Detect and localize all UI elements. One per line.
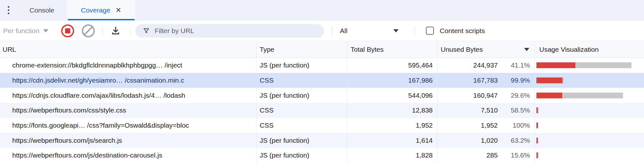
url-cell: https://cdn.jsdelivr.net/gh/yesiamro… /c… — [0, 73, 256, 88]
filter-by-url-input[interactable] — [155, 27, 303, 35]
url-cell: https://webperftours.com/js/search.js — [0, 133, 256, 148]
table-row[interactable]: https://cdn.jsdelivr.net/gh/yesiamro… /c… — [0, 73, 644, 88]
table-row[interactable]: https://webperftours.com/js/destination-… — [0, 148, 644, 163]
column-header-usage-visualization[interactable]: Usage Visualization — [535, 41, 644, 58]
total-bytes-cell: 1,828 — [347, 148, 437, 163]
url-cell: chrome-extension://bkdgflcldnnnapblkhphb… — [0, 58, 256, 73]
used-bar-segment — [575, 62, 631, 68]
total-bytes-cell: 12,838 — [347, 103, 437, 118]
content-scripts-toggle[interactable]: Content scripts — [426, 27, 485, 35]
filter-funnel-icon — [142, 27, 150, 35]
sort-descending-icon — [524, 48, 529, 51]
usage-visualization-cell — [535, 103, 644, 118]
table-row[interactable]: chrome-extension://bkdgflcldnnnapblkhphb… — [0, 58, 644, 73]
toolbar-divider — [415, 26, 415, 36]
vertical-dots-icon — [8, 6, 9, 14]
unused-bytes-cell: 7,51058.5% — [437, 103, 535, 118]
unused-bar-segment — [536, 62, 575, 68]
usage-visualization-cell — [535, 73, 644, 88]
used-bar-segment — [538, 138, 538, 143]
total-bytes-cell: 167,986 — [347, 73, 437, 88]
chevron-down-icon — [43, 29, 48, 32]
url-cell: https://cdnjs.cloudflare.com/ajax/libs/l… — [0, 88, 256, 103]
tab-bar: Console Coverage ✕ — [0, 0, 644, 21]
table-header: URL Type Total Bytes Unused Bytes Usage … — [0, 41, 644, 58]
type-cell: JS (per function) — [256, 88, 347, 103]
total-bytes-cell: 1,952 — [347, 118, 437, 133]
more-options-button[interactable] — [0, 0, 17, 20]
unused-bytes-cell: 244,93741.1% — [437, 58, 535, 73]
usage-bar — [536, 62, 631, 68]
type-cell: CSS — [256, 73, 347, 88]
clear-coverage-button[interactable] — [82, 24, 95, 37]
total-bytes-cell: 1,614 — [347, 133, 437, 148]
download-icon — [111, 26, 121, 36]
coverage-toolbar: Per function All — [0, 21, 644, 41]
used-bar-segment — [562, 77, 564, 83]
devtools-coverage-panel: Console Coverage ✕ Per function — [0, 0, 644, 163]
type-filter-dropdown[interactable]: All — [332, 21, 407, 41]
type-cell: CSS — [256, 118, 347, 133]
usage-bar — [536, 138, 538, 143]
usage-visualization-cell — [535, 58, 644, 73]
coverage-mode-value: Per function — [3, 27, 39, 35]
usage-bar — [536, 122, 538, 128]
unused-bytes-cell: 160,94729.6% — [437, 88, 535, 103]
url-cell: https://webperftours.com/js/destination-… — [0, 148, 256, 163]
content-scripts-label: Content scripts — [440, 27, 485, 35]
stop-recording-button[interactable] — [61, 24, 74, 37]
usage-visualization-cell — [535, 148, 644, 163]
coverage-mode-dropdown[interactable]: Per function — [3, 27, 48, 35]
type-cell: JS (per function) — [256, 133, 347, 148]
unused-bar-segment — [536, 122, 538, 128]
unused-bytes-cell: 1,952100% — [437, 118, 535, 133]
column-header-unused-bytes[interactable]: Unused Bytes — [437, 41, 535, 58]
active-tab-underline — [68, 19, 135, 20]
table-row[interactable]: https://webperftours.com/css/style.css C… — [0, 103, 644, 118]
url-filter[interactable] — [135, 24, 324, 38]
table-row[interactable]: https://cdnjs.cloudflare.com/ajax/libs/l… — [0, 88, 644, 103]
unused-bar-segment — [536, 77, 562, 83]
usage-bar — [536, 93, 623, 98]
total-bytes-cell: 544,096 — [347, 88, 437, 103]
unused-bytes-cell: 28515.6% — [437, 148, 535, 163]
table-row[interactable]: https://webperftours.com/js/search.js JS… — [0, 133, 644, 148]
column-header-total-bytes[interactable]: Total Bytes — [347, 41, 437, 58]
tab-label: Console — [29, 6, 54, 14]
url-cell: https://webperftours.com/css/style.css — [0, 103, 256, 118]
used-bar-segment — [562, 93, 623, 98]
usage-visualization-cell — [535, 133, 644, 148]
type-cell: JS (per function) — [256, 148, 347, 163]
close-tab-icon[interactable]: ✕ — [115, 7, 121, 14]
usage-visualization-cell — [535, 118, 644, 133]
toolbar-divider — [102, 26, 103, 36]
column-header-type[interactable]: Type — [256, 41, 347, 58]
url-cell: https://fonts.googleapi… /css?family=Osw… — [0, 118, 256, 133]
type-cell: CSS — [256, 103, 347, 118]
usage-bar — [536, 152, 539, 158]
column-header-url[interactable]: URL — [0, 41, 256, 58]
chevron-down-icon — [393, 29, 399, 32]
toolbar-divider — [130, 26, 130, 36]
usage-bar — [536, 107, 539, 113]
usage-visualization-cell — [535, 88, 644, 103]
unused-bytes-cell: 1,02063.2% — [437, 133, 535, 148]
table-row[interactable]: https://fonts.googleapi… /css?family=Osw… — [0, 118, 644, 133]
usage-bar — [536, 77, 564, 83]
unused-bytes-cell: 167,78399.9% — [437, 73, 535, 88]
export-coverage-button[interactable] — [109, 24, 122, 37]
unused-bar-segment — [536, 93, 562, 98]
type-filter-value: All — [340, 27, 347, 35]
table-body: chrome-extension://bkdgflcldnnnapblkhphb… — [0, 58, 644, 163]
total-bytes-cell: 595,464 — [347, 58, 437, 73]
stop-square-icon — [65, 28, 70, 33]
content-scripts-checkbox[interactable] — [426, 27, 434, 35]
tab-coverage[interactable]: Coverage ✕ — [67, 0, 135, 20]
used-bar-segment — [538, 152, 539, 158]
used-bar-segment — [538, 107, 539, 113]
tab-label: Coverage — [81, 6, 110, 14]
type-cell: JS (per function) — [256, 58, 347, 73]
tab-console[interactable]: Console — [17, 0, 67, 20]
